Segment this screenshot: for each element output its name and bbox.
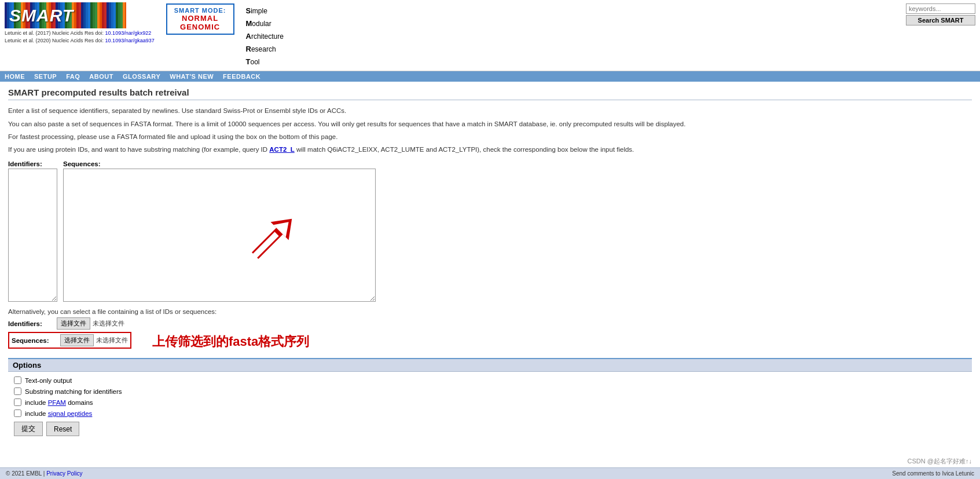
input-section: Identifiers: Sequences: bbox=[8, 160, 972, 304]
substring-option: Substring matching for identifiers bbox=[14, 387, 966, 395]
identifiers-textarea[interactable] bbox=[8, 169, 57, 302]
signal-peptides-option: include signal peptides bbox=[14, 409, 966, 417]
identifiers-label: Identifiers: bbox=[8, 160, 63, 167]
identifiers-file-label: Identifiers: bbox=[8, 320, 54, 327]
smart-mode-label: SMART MODE: bbox=[174, 7, 226, 14]
submit-button[interactable]: 提交 bbox=[14, 422, 43, 436]
logo-banner: SMART bbox=[5, 2, 126, 28]
signal-peptides-checkbox[interactable] bbox=[14, 409, 21, 417]
nav-feedback[interactable]: FEEDBACK bbox=[223, 73, 260, 80]
options-section: Options Text-only output Substring match… bbox=[8, 358, 972, 441]
nav-setup[interactable]: SETUP bbox=[34, 73, 57, 80]
nav-home[interactable]: HOME bbox=[5, 73, 25, 80]
nav-whats-new[interactable]: WHAT'S NEW bbox=[170, 73, 214, 80]
chinese-annotation: 上传筛选到的fasta格式序列 bbox=[152, 333, 309, 350]
nav-faq[interactable]: FAQ bbox=[66, 73, 80, 80]
logo-refs: Letunic et al. (2017) Nucleic Acids Res … bbox=[5, 30, 155, 44]
pfam-link[interactable]: PFAM bbox=[48, 399, 66, 406]
keywords-input[interactable] bbox=[906, 3, 975, 14]
sequences-choose-button[interactable]: 选择文件 bbox=[60, 334, 94, 346]
options-header: Options bbox=[8, 359, 972, 372]
signal-peptides-label: include signal peptides bbox=[25, 410, 92, 417]
substring-label: Substring matching for identifiers bbox=[25, 388, 122, 395]
text-only-option: Text-only output bbox=[14, 376, 966, 384]
smart-acronym: Simple Modular Architecture Research Too… bbox=[246, 5, 284, 68]
identifiers-file-row: Identifiers: 选择文件 未选择文件 bbox=[8, 317, 972, 330]
submit-row: 提交 Reset bbox=[14, 422, 966, 436]
sequences-textarea[interactable] bbox=[63, 169, 376, 302]
file-section: Alternatively, you can select a file con… bbox=[8, 308, 972, 351]
main-content: SMART precomputed results batch retreiva… bbox=[0, 82, 980, 447]
description-2: You can also paste a set of sequences in… bbox=[8, 119, 972, 129]
sequences-file-row: Sequences: 选择文件 未选择文件 bbox=[8, 332, 131, 349]
identifiers-file-status: 未选择文件 bbox=[93, 319, 124, 328]
text-only-checkbox[interactable] bbox=[14, 376, 21, 384]
ref2-link[interactable]: 10.1093/nar/gkaa937 bbox=[105, 38, 155, 43]
mode-normal: NORMAL bbox=[174, 14, 226, 23]
logo-text: SMART bbox=[9, 6, 74, 25]
sequences-file-status: 未选择文件 bbox=[96, 336, 128, 345]
substring-checkbox[interactable] bbox=[14, 387, 21, 395]
identifiers-choose-button[interactable]: 选择文件 bbox=[57, 317, 90, 330]
ref1-link[interactable]: 10.1093/nar/gkx922 bbox=[105, 30, 152, 36]
navbar: HOME SETUP FAQ ABOUT GLOSSARY WHAT'S NEW… bbox=[0, 71, 980, 82]
description-3: For fastest processing, please use a FAS… bbox=[8, 132, 972, 142]
search-area: Search SMART bbox=[906, 3, 975, 25]
file-alt-text: Alternatively, you can select a file con… bbox=[8, 308, 972, 315]
page-title: SMART precomputed results batch retreiva… bbox=[8, 87, 972, 100]
pfam-checkbox[interactable] bbox=[14, 398, 21, 406]
sequences-column: Sequences: bbox=[63, 160, 376, 304]
act2-link[interactable]: ACT2_L bbox=[269, 146, 294, 153]
header: SMART Letunic et al. (2017) Nucleic Acid… bbox=[0, 0, 980, 71]
nav-about[interactable]: ABOUT bbox=[89, 73, 113, 80]
pfam-label: include PFAM domains bbox=[25, 399, 93, 406]
description-4: If you are using protein IDs, and want t… bbox=[8, 145, 972, 155]
identifiers-column: Identifiers: bbox=[8, 160, 63, 304]
reset-button[interactable]: Reset bbox=[46, 422, 79, 436]
signal-peptides-link[interactable]: signal peptides bbox=[48, 410, 93, 417]
smart-mode-box: SMART MODE: NORMAL GENOMIC bbox=[166, 3, 234, 35]
logo-area: SMART Letunic et al. (2017) Nucleic Acid… bbox=[5, 2, 155, 44]
options-content: Text-only output Substring matching for … bbox=[8, 372, 972, 441]
sequences-file-label: Sequences: bbox=[12, 337, 58, 344]
text-only-label: Text-only output bbox=[25, 377, 72, 384]
mode-genomic: GENOMIC bbox=[174, 23, 226, 31]
description-1: Enter a list of sequence identifiers, se… bbox=[8, 106, 972, 116]
sequences-textarea-container bbox=[63, 169, 376, 302]
search-smart-button[interactable]: Search SMART bbox=[906, 15, 975, 25]
pfam-option: include PFAM domains bbox=[14, 398, 966, 406]
sequences-label: Sequences: bbox=[63, 160, 376, 167]
nav-glossary[interactable]: GLOSSARY bbox=[123, 73, 160, 80]
